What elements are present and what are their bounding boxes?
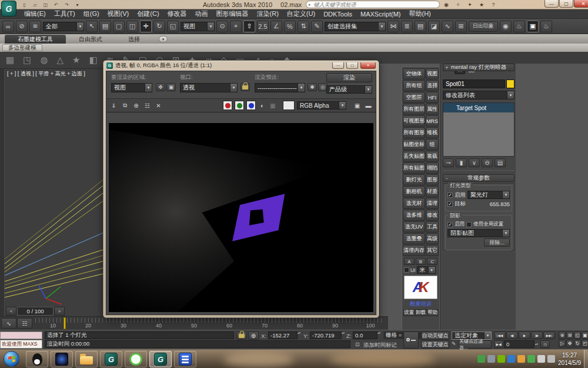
menu-item[interactable]: 编辑(E) — [20, 9, 50, 18]
snaps-toggle-icon[interactable]: 2.5 — [257, 21, 269, 32]
overlay-toggle-icon[interactable]: ▣ — [352, 101, 362, 111]
search-icon[interactable]: ◉ — [442, 1, 450, 8]
render-button[interactable]: 渲染 — [326, 73, 372, 82]
unit-dropdown[interactable]: 米 — [417, 266, 436, 274]
abc-tab[interactable]: C — [427, 258, 437, 265]
tray-network-icon[interactable] — [547, 355, 555, 363]
utility-footer-button[interactable]: 卸载 — [415, 309, 426, 316]
chevron-down-icon[interactable] — [428, 267, 435, 273]
chevron-down-icon[interactable] — [378, 22, 385, 31]
edit-region-icon[interactable]: ✥ — [156, 83, 165, 91]
reference-coordinate-dropdown[interactable]: 视图 — [181, 22, 215, 31]
chevron-down-icon[interactable] — [207, 22, 214, 31]
add-time-tag-button[interactable]: 添加时间标记 — [363, 342, 397, 349]
tray-maintenance-icon[interactable] — [507, 355, 515, 363]
select-and-move-icon[interactable]: ✛ — [140, 21, 152, 32]
menu-item[interactable]: 修改器 — [163, 9, 191, 18]
next-frame-arrow[interactable]: > — [54, 307, 65, 316]
close-button[interactable]: ✕ — [360, 62, 376, 69]
x-coordinate-field[interactable]: -152.27 — [268, 331, 298, 339]
menu-item[interactable]: 视图(V) — [103, 9, 133, 18]
undo-icon[interactable]: ↶ — [52, 1, 61, 9]
rectangular-selection-region-icon[interactable]: ▢ — [113, 21, 125, 32]
chevron-down-icon[interactable] — [507, 91, 514, 99]
taskbar-app-software-manager[interactable] — [174, 351, 196, 367]
utility-button[interactable]: 属性 — [426, 104, 439, 115]
utility-button[interactable]: 清理 — [426, 198, 439, 209]
image-compare-icon[interactable]: ▬ — [363, 101, 373, 111]
render-production-icon[interactable]: ♨ — [540, 21, 552, 32]
open-mini-curve-editor-icon[interactable]: ∿ — [1, 318, 16, 329]
chevron-down-icon[interactable] — [365, 86, 372, 93]
utility-button[interactable]: 装载 — [426, 151, 439, 162]
pin-stack-icon[interactable]: ⊸ — [443, 158, 454, 167]
chevron-down-icon[interactable] — [76, 22, 83, 31]
render-setup-small-icon[interactable]: ✱ — [308, 83, 317, 91]
tab-polygon-modeling[interactable]: 多边形建模 — [2, 44, 42, 51]
green-channel-icon[interactable] — [235, 101, 244, 110]
abc-tab[interactable]: A — [404, 258, 415, 265]
show-desktop-button[interactable] — [584, 350, 588, 368]
print-image-icon[interactable]: ☷ — [142, 101, 152, 111]
play-button[interactable]: ▶ — [519, 331, 530, 339]
layer-manager-icon[interactable]: ▤ — [415, 21, 426, 32]
ribbon-tab[interactable]: 石墨建模工具 — [5, 35, 66, 44]
menu-item[interactable]: DDKTools — [319, 11, 356, 18]
angle-snap-icon[interactable]: ∠ — [270, 21, 282, 32]
tray-nvidia-icon[interactable] — [497, 355, 505, 363]
zoom-all-icon[interactable]: ⊞ — [566, 331, 573, 339]
rollout-general-parameters[interactable]: - 常规参数 — [443, 174, 514, 182]
menu-item[interactable]: 创建(C) — [133, 9, 163, 18]
use-global-settings-checkbox[interactable] — [466, 222, 472, 227]
utility-button[interactable]: MRS — [426, 115, 439, 127]
clear-image-icon[interactable]: ✕ — [153, 101, 163, 111]
chevron-down-icon[interactable] — [339, 102, 346, 109]
object-color-swatch[interactable] — [506, 79, 514, 88]
select-and-scale-icon[interactable]: ◱ — [167, 21, 179, 32]
toggle-set-key-mode-button[interactable] — [403, 331, 419, 349]
menu-item[interactable]: 帮助(H) — [405, 9, 435, 18]
area-to-render-dropdown[interactable]: 视图 — [111, 83, 152, 92]
red-channel-icon[interactable] — [223, 101, 232, 110]
save-file-icon[interactable]: ◫ — [41, 1, 50, 9]
render-preset-dropdown[interactable]: -------------------- — [255, 83, 305, 92]
new-scene-icon[interactable]: ▯ — [20, 1, 29, 9]
application-menu-button[interactable]: G — [1, 1, 16, 16]
previous-frame-button[interactable]: ◀| — [506, 331, 518, 339]
configure-modifier-sets-icon[interactable]: ▤ — [495, 158, 506, 167]
minimize-button[interactable]: — — [332, 62, 344, 69]
utility-button[interactable]: 空物体 — [403, 68, 425, 79]
toolbar-options-icon[interactable]: ▾ — [73, 1, 82, 9]
ui-checkbox[interactable] — [404, 267, 409, 273]
tray-usb-icon[interactable] — [527, 355, 535, 363]
graphite-toggle-icon[interactable]: ◪ — [428, 21, 440, 32]
zoom-icon[interactable]: ⊕ — [559, 331, 566, 339]
utility-button[interactable]: 高级 — [426, 233, 439, 244]
utility-button[interactable]: 视图 — [426, 68, 439, 79]
utility-button[interactable]: 清理内存 — [403, 245, 425, 256]
close-button[interactable]: ✕ — [574, 0, 588, 8]
ribbon-sphere-icon[interactable]: ◍ — [40, 55, 48, 65]
favorites-icon[interactable]: ★ — [477, 1, 486, 8]
sunrise-plugin-button[interactable]: 日出印象 — [469, 21, 498, 32]
utility-button[interactable]: 其它 — [426, 245, 439, 256]
alpha-channel-icon[interactable]: ▦ — [269, 101, 277, 111]
macro-recorder-field[interactable] — [0, 331, 42, 339]
make-unique-icon[interactable]: ∨ — [469, 158, 480, 167]
taskbar-app-explorer[interactable] — [75, 351, 98, 367]
previous-frame-arrow[interactable]: < — [6, 307, 16, 316]
target-checkbox[interactable] — [447, 201, 453, 207]
curve-editor-icon[interactable]: ∿ — [442, 21, 453, 32]
current-frame-field[interactable]: 0 — [504, 340, 534, 348]
bind-to-space-warp-icon[interactable]: ≋ — [29, 21, 41, 32]
material-editor-icon[interactable]: ◉ — [500, 21, 512, 32]
utility-button[interactable]: 组 — [426, 139, 439, 150]
taskbar-app-qq[interactable] — [26, 351, 48, 367]
save-image-icon[interactable]: ⇓ — [109, 101, 119, 111]
background-color-swatch[interactable] — [283, 101, 295, 110]
time-ruler[interactable] — [35, 318, 385, 323]
clone-rendered-frame-icon[interactable]: ⊕ — [131, 101, 141, 111]
menu-item[interactable]: 动画 — [191, 9, 212, 18]
y-spinner[interactable]: ▴▾ — [342, 331, 346, 334]
orbit-icon[interactable]: ↻ — [574, 340, 581, 347]
